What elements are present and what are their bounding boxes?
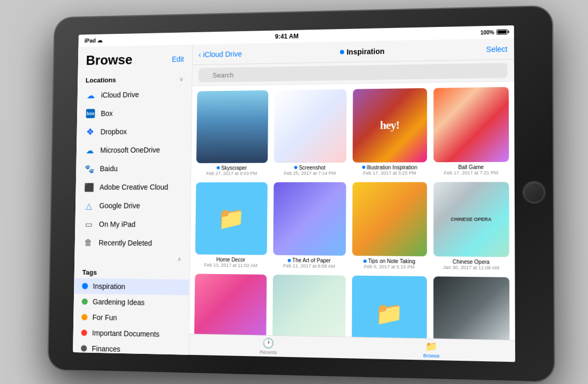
list-item[interactable]: Tips on Note Taking Feb 5, 2017 at 5:15 … — [352, 182, 426, 270]
battery-icon — [497, 29, 508, 35]
list-item[interactable]: Ball Game Feb 17, 2017 at 7:21 PM — [433, 87, 509, 175]
box-icon: box — [85, 108, 96, 119]
list-item[interactable]: Pink Leaf Jan 28, 2017 at 3:09 PM — [194, 274, 266, 340]
file-grid: Skyscraper Feb 27, 2017 at 9:03 PM Scree… — [189, 81, 515, 340]
sidebar-item-icloud[interactable]: ☁ iCloud Drive — [78, 85, 192, 105]
tab-browse[interactable]: 📁 Browse — [423, 340, 440, 359]
ipad-shell: iPad ☁ 9:41 AM 100% Browse Edit Locatio — [48, 5, 555, 382]
tags-title: Tags — [82, 268, 97, 276]
sidebar-item-label: Dropbox — [100, 127, 127, 136]
main-content: Browse Edit Locations ∨ ☁ iCloud Drive b… — [73, 38, 515, 362]
search-wrapper: 🔍 — [198, 63, 508, 82]
list-item[interactable]: Modern Jewelry Jan 16, 2017 at 9:32 AM — [433, 276, 510, 340]
tag-dot-inspiration — [82, 283, 88, 289]
file-thumbnail — [433, 276, 510, 340]
chevron-up-icon: ∧ — [177, 256, 182, 262]
chevron-down-icon: ∨ — [179, 75, 184, 82]
list-item[interactable]: 📁 Home Decor Feb 13, 2017 at 11:02 AM — [195, 182, 268, 268]
sidebar-item-gardening[interactable]: Gardening Ideas — [74, 293, 189, 311]
back-button[interactable]: iCloud Drive — [203, 49, 242, 58]
sidebar: Browse Edit Locations ∨ ☁ iCloud Drive b… — [73, 44, 193, 354]
sidebar-item-label: Microsoft OneDrive — [100, 145, 160, 154]
locations-collapse[interactable]: ∧ — [74, 251, 189, 264]
gdrive-icon: △ — [83, 200, 94, 211]
list-item[interactable]: Skyscraper Feb 27, 2017 at 9:03 PM — [196, 90, 268, 175]
file-name: Skyscraper — [216, 164, 247, 170]
sidebar-item-label: Finances — [92, 344, 120, 353]
sidebar-item-label: Gardening Ideas — [92, 297, 145, 306]
file-date: Jan 30, 2017 at 11:08 AM — [443, 264, 499, 270]
onedrive-icon: ☁ — [84, 144, 96, 155]
file-name: Illustration Inspiration — [362, 164, 418, 170]
sidebar-item-label: iCloud Drive — [101, 90, 139, 99]
browse-icon: 📁 — [425, 340, 438, 352]
file-name: Ball Game — [458, 164, 483, 170]
dropbox-icon: ❖ — [84, 126, 96, 137]
file-thumbnail — [352, 182, 426, 256]
file-thumbnail — [196, 90, 268, 162]
list-item[interactable]: CHINESE OPERA Chinese Opera Jan 30, 2017… — [433, 181, 509, 270]
sidebar-item-label: Inspiration — [93, 282, 125, 291]
icloud-icon: ☁ — [86, 89, 97, 100]
list-item[interactable]: 📁 Illustrations Jan 17, 2017 at 1:56 PM — [352, 275, 426, 340]
status-right: 100% — [480, 29, 507, 35]
recents-icon: 🕐 — [262, 337, 274, 349]
file-date: Feb 25, 2017 at 7:14 PM — [284, 170, 336, 175]
trash-icon: 🗑 — [83, 237, 94, 248]
sidebar-item-label: For Fun — [92, 313, 117, 322]
sidebar-item-trash[interactable]: 🗑 Recently Deleted — [75, 233, 190, 252]
time-display: 9:41 AM — [275, 32, 299, 40]
tag-dot-forfun — [81, 314, 88, 320]
home-button[interactable] — [524, 182, 545, 202]
status-left: iPad ☁ — [84, 37, 103, 44]
select-button[interactable]: Select — [486, 44, 507, 53]
sidebar-item-finances[interactable]: Finances — [73, 340, 188, 354]
file-thumbnail — [433, 87, 509, 162]
file-date: Feb 13, 2017 at 11:02 AM — [204, 262, 257, 268]
file-thumbnail — [272, 274, 346, 340]
list-item[interactable]: The Art of Paper Feb 11, 2017 at 8:58 AM — [273, 182, 346, 269]
sidebar-item-box[interactable]: box Box — [77, 103, 192, 123]
sidebar-item-label: Important Documents — [92, 329, 159, 338]
sidebar-item-label: Box — [101, 109, 113, 117]
locations-title: Locations — [86, 76, 116, 84]
list-item[interactable]: Park Sketch Jan 21, 2017 at 5:35 PM — [272, 274, 346, 340]
edit-button[interactable]: Edit — [172, 54, 184, 63]
tag-dot-gardening — [82, 298, 88, 305]
file-thumbnail — [194, 274, 267, 340]
locations-header: Locations ∨ — [78, 69, 192, 86]
nav-title-area: Inspiration — [340, 46, 385, 55]
tab-recents[interactable]: 🕐 Recents — [260, 337, 277, 355]
sidebar-item-gdrive[interactable]: △ Google Drive — [75, 196, 191, 215]
sidebar-item-forfun[interactable]: For Fun — [73, 309, 189, 326]
file-thumbnail — [273, 89, 346, 162]
sidebar-item-adobe[interactable]: ⬛ Adobe Creative Cloud — [75, 177, 191, 196]
sidebar-item-label: Recently Deleted — [99, 238, 152, 247]
tab-label: Recents — [260, 349, 277, 355]
battery-label: 100% — [480, 29, 494, 35]
list-item[interactable]: hey! Illustration Inspiration Feb 17, 20… — [353, 88, 427, 175]
sidebar-item-dropbox[interactable]: ❖ Dropbox — [77, 121, 191, 141]
sidebar-item-label: Baidu — [100, 164, 118, 173]
sidebar-item-onedrive[interactable]: ☁ Microsoft OneDrive — [77, 140, 191, 159]
tags-header: Tags — [74, 263, 189, 279]
sidebar-item-label: Adobe Creative Cloud — [100, 183, 168, 191]
ipad-device-icon: ▭ — [83, 218, 94, 230]
search-input[interactable] — [198, 63, 508, 82]
sidebar-header: Browse Edit — [78, 44, 192, 71]
file-date: Feb 11, 2017 at 8:58 AM — [283, 263, 335, 269]
sidebar-item-important[interactable]: Important Documents — [73, 324, 189, 342]
list-item[interactable]: Screenshot Feb 25, 2017 at 7:14 PM — [273, 89, 346, 175]
browse-title: Browse — [86, 52, 132, 68]
nav-title: Inspiration — [347, 46, 385, 55]
folder-thumbnail: 📁 — [352, 275, 426, 340]
sidebar-item-baidu[interactable]: 🐾 Baidu — [76, 159, 191, 178]
sidebar-item-ipad[interactable]: ▭ On My iPad — [75, 214, 190, 233]
sidebar-item-inspiration[interactable]: Inspiration — [74, 278, 189, 295]
chevron-left-icon: ‹ — [198, 50, 201, 59]
folder-thumbnail: 📁 — [195, 182, 267, 255]
right-panel: ‹ iCloud Drive Inspiration Select 🔍 — [189, 38, 515, 362]
tab-label: Browse — [423, 353, 440, 359]
camera — [64, 191, 67, 194]
ipad-label: iPad ☁ — [84, 37, 103, 44]
